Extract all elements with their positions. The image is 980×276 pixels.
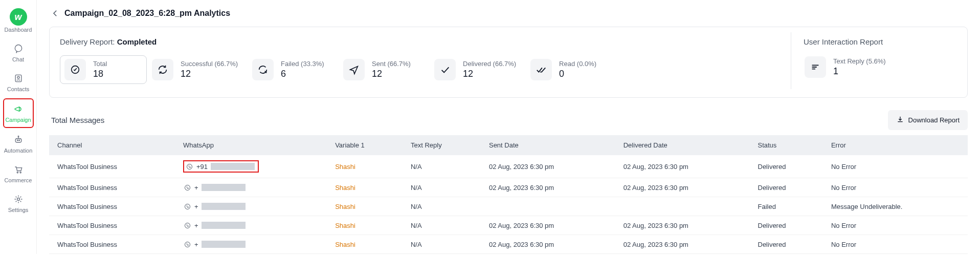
uir-heading: User Interaction Report xyxy=(804,37,957,46)
cell-variable1[interactable]: Shashi xyxy=(327,178,403,197)
stat-successful[interactable]: Successful (66.7%) 12 xyxy=(151,55,247,84)
svg-point-0 xyxy=(15,45,21,52)
sidebar-item-label: Campaign xyxy=(5,117,31,123)
cell-variable1[interactable]: Shashi xyxy=(327,235,403,254)
stat-read[interactable]: Read (0.0%) 0 xyxy=(529,55,616,84)
col-whatsapp: WhatsApp xyxy=(175,135,327,155)
refresh-x-icon xyxy=(252,59,274,80)
cell-text-reply: N/A xyxy=(403,197,481,216)
sidebar-item-commerce[interactable]: Commerce xyxy=(3,160,34,187)
cell-variable1[interactable]: Shashi xyxy=(327,197,403,216)
reports-card: Delivery Report: Completed Total 18 xyxy=(49,27,968,98)
stat-textreply-value: 1 xyxy=(833,66,886,77)
page-header: Campaign_02_08_2023_6:28_pm Analytics xyxy=(49,0,968,27)
sidebar-item-label: Contacts xyxy=(7,86,29,92)
sidebar-item-campaign[interactable]: Campaign xyxy=(3,98,34,128)
stat-sent[interactable]: Sent (66.7%) 12 xyxy=(342,55,429,84)
contacts-icon xyxy=(13,73,24,84)
cell-sent: 02 Aug, 2023 6:30 pm xyxy=(481,155,615,178)
download-icon xyxy=(896,115,904,125)
back-arrow-icon[interactable] xyxy=(49,7,61,19)
delivery-heading-prefix: Delivery Report: xyxy=(60,37,117,46)
sidebar-item-chat[interactable]: Chat xyxy=(3,39,34,67)
total-icon xyxy=(64,59,86,80)
svg-point-2 xyxy=(17,76,19,78)
cell-status: Failed xyxy=(750,197,823,216)
cell-text-reply: N/A xyxy=(403,155,481,178)
stat-total-value: 18 xyxy=(93,69,107,79)
cell-channel: WhatsTool Business xyxy=(49,216,175,235)
cell-status: Delivered xyxy=(750,178,823,197)
stat-textreply-label: Text Reply xyxy=(833,57,864,65)
cell-text-reply: N/A xyxy=(403,235,481,254)
cell-error: No Error xyxy=(823,216,968,235)
table-row[interactable]: WhatsTool Business +91ShashiN/A02 Aug, 2… xyxy=(49,155,968,178)
table-row[interactable]: WhatsTool Business +ShashiN/AFailedMessa… xyxy=(49,197,968,216)
stat-total[interactable]: Total 18 xyxy=(60,55,147,84)
refresh-check-icon xyxy=(152,59,173,80)
cart-icon xyxy=(13,164,24,175)
svg-point-14 xyxy=(185,223,190,228)
cell-delivered xyxy=(615,197,750,216)
sidebar: w Dashboard Chat Contacts Campaign Aut xyxy=(0,0,37,254)
table-row[interactable]: WhatsTool Business +ShashiN/A02 Aug, 202… xyxy=(49,178,968,197)
stat-failed-label: Failed xyxy=(281,60,299,68)
download-report-label: Download Report xyxy=(908,116,960,124)
cell-status: Delivered xyxy=(750,216,823,235)
stat-total-label: Total xyxy=(93,60,107,68)
cell-delivered: 02 Aug, 2023 6:30 pm xyxy=(615,235,750,254)
sidebar-item-label: Settings xyxy=(8,207,29,213)
svg-point-6 xyxy=(18,136,19,137)
cell-whatsapp: + xyxy=(175,216,327,235)
sidebar-item-label: Dashboard xyxy=(5,27,32,33)
cell-variable1[interactable]: Shashi xyxy=(327,155,403,178)
stat-read-value: 0 xyxy=(559,69,596,79)
stat-failed[interactable]: Failed (33.3%) 6 xyxy=(251,55,338,84)
cell-error: Message Undeliverable. xyxy=(823,197,968,216)
cell-text-reply: N/A xyxy=(403,216,481,235)
double-check-icon xyxy=(530,59,552,80)
stat-sent-value: 12 xyxy=(372,69,411,79)
messages-heading: Total Messages xyxy=(51,116,104,124)
col-channel: Channel xyxy=(49,135,175,155)
col-text-reply: Text Reply xyxy=(403,135,481,155)
cell-text-reply: N/A xyxy=(403,178,481,197)
whatsapp-icon xyxy=(183,221,191,229)
sidebar-item-dashboard[interactable]: w Dashboard xyxy=(3,4,34,37)
send-icon xyxy=(343,59,365,80)
sidebar-item-settings[interactable]: Settings xyxy=(3,189,34,217)
cell-delivered: 02 Aug, 2023 6:30 pm xyxy=(615,216,750,235)
stat-delivered-value: 12 xyxy=(463,69,516,79)
vertical-divider xyxy=(791,32,791,89)
sidebar-item-automation[interactable]: Automation xyxy=(3,130,34,158)
cell-whatsapp: +91 xyxy=(175,155,327,178)
stat-text-reply[interactable]: Text Reply (5.6%) 1 xyxy=(804,55,895,79)
sidebar-item-contacts[interactable]: Contacts xyxy=(3,69,34,96)
stat-delivered-label: Delivered xyxy=(463,60,491,68)
stat-delivered-pct: (66.7%) xyxy=(493,60,517,68)
phone-redacted xyxy=(202,184,246,191)
svg-point-4 xyxy=(17,140,18,141)
phone-prefix: +91 xyxy=(196,163,208,171)
phone-redacted xyxy=(211,163,255,170)
delivery-report-heading: Delivery Report: Completed xyxy=(60,37,778,46)
sidebar-item-label: Automation xyxy=(4,147,33,154)
table-row[interactable]: WhatsTool Business +ShashiN/A02 Aug, 202… xyxy=(49,235,968,254)
phone-redacted xyxy=(202,222,246,229)
text-lines-icon xyxy=(805,56,826,78)
sidebar-item-label: Commerce xyxy=(5,177,32,183)
svg-point-8 xyxy=(20,172,21,173)
table-header-row: Channel WhatsApp Variable 1 Text Reply S… xyxy=(49,135,968,155)
cell-variable1[interactable]: Shashi xyxy=(327,216,403,235)
phone-redacted xyxy=(202,241,246,248)
cell-status: Delivered xyxy=(750,155,823,178)
messages-table: Channel WhatsApp Variable 1 Text Reply S… xyxy=(49,135,968,254)
messages-section: Total Messages Download Report Channel W… xyxy=(49,110,968,254)
download-report-button[interactable]: Download Report xyxy=(888,110,968,130)
stat-delivered[interactable]: Delivered (66.7%) 12 xyxy=(433,55,525,84)
svg-rect-3 xyxy=(15,139,21,143)
cell-delivered: 02 Aug, 2023 6:30 pm xyxy=(615,155,750,178)
table-row[interactable]: WhatsTool Business +ShashiN/A02 Aug, 202… xyxy=(49,216,968,235)
cell-sent: 02 Aug, 2023 6:30 pm xyxy=(481,216,615,235)
col-delivered-date: Delivered Date xyxy=(615,135,750,155)
